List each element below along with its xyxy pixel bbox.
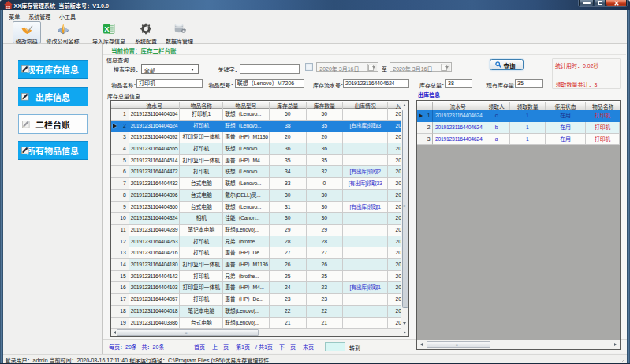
svg-text:X: X [104,24,110,33]
